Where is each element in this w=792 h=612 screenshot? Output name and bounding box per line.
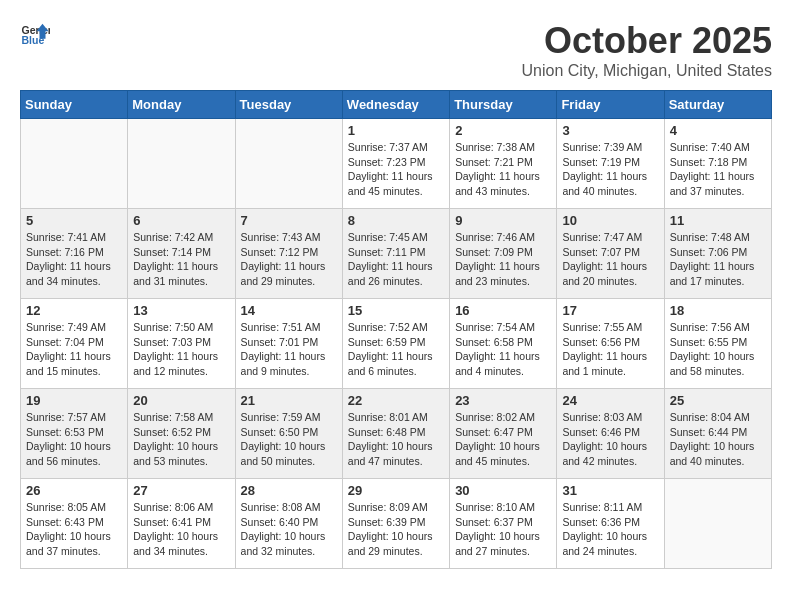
day-info: Sunrise: 7:46 AMSunset: 7:09 PMDaylight:… (455, 230, 551, 289)
day-info: Sunrise: 7:57 AMSunset: 6:53 PMDaylight:… (26, 410, 122, 469)
day-number: 29 (348, 483, 444, 498)
calendar-cell: 20Sunrise: 7:58 AMSunset: 6:52 PMDayligh… (128, 389, 235, 479)
day-number: 22 (348, 393, 444, 408)
weekday-header-thursday: Thursday (450, 91, 557, 119)
day-info: Sunrise: 8:10 AMSunset: 6:37 PMDaylight:… (455, 500, 551, 559)
calendar-cell: 3Sunrise: 7:39 AMSunset: 7:19 PMDaylight… (557, 119, 664, 209)
day-number: 17 (562, 303, 658, 318)
calendar-cell: 10Sunrise: 7:47 AMSunset: 7:07 PMDayligh… (557, 209, 664, 299)
day-info: Sunrise: 8:11 AMSunset: 6:36 PMDaylight:… (562, 500, 658, 559)
calendar-cell: 1Sunrise: 7:37 AMSunset: 7:23 PMDaylight… (342, 119, 449, 209)
week-row-5: 26Sunrise: 8:05 AMSunset: 6:43 PMDayligh… (21, 479, 772, 569)
weekday-header-monday: Monday (128, 91, 235, 119)
day-number: 19 (26, 393, 122, 408)
day-info: Sunrise: 7:54 AMSunset: 6:58 PMDaylight:… (455, 320, 551, 379)
day-number: 12 (26, 303, 122, 318)
day-number: 18 (670, 303, 766, 318)
day-info: Sunrise: 7:47 AMSunset: 7:07 PMDaylight:… (562, 230, 658, 289)
calendar-cell: 18Sunrise: 7:56 AMSunset: 6:55 PMDayligh… (664, 299, 771, 389)
day-info: Sunrise: 7:41 AMSunset: 7:16 PMDaylight:… (26, 230, 122, 289)
calendar-cell (235, 119, 342, 209)
day-number: 15 (348, 303, 444, 318)
calendar-cell (21, 119, 128, 209)
calendar-cell: 19Sunrise: 7:57 AMSunset: 6:53 PMDayligh… (21, 389, 128, 479)
calendar-cell: 2Sunrise: 7:38 AMSunset: 7:21 PMDaylight… (450, 119, 557, 209)
calendar-cell: 27Sunrise: 8:06 AMSunset: 6:41 PMDayligh… (128, 479, 235, 569)
day-number: 3 (562, 123, 658, 138)
day-number: 24 (562, 393, 658, 408)
day-info: Sunrise: 7:40 AMSunset: 7:18 PMDaylight:… (670, 140, 766, 199)
day-number: 26 (26, 483, 122, 498)
day-info: Sunrise: 8:08 AMSunset: 6:40 PMDaylight:… (241, 500, 337, 559)
calendar-cell: 15Sunrise: 7:52 AMSunset: 6:59 PMDayligh… (342, 299, 449, 389)
day-number: 30 (455, 483, 551, 498)
day-info: Sunrise: 7:59 AMSunset: 6:50 PMDaylight:… (241, 410, 337, 469)
weekday-header-friday: Friday (557, 91, 664, 119)
day-info: Sunrise: 8:05 AMSunset: 6:43 PMDaylight:… (26, 500, 122, 559)
calendar-cell: 13Sunrise: 7:50 AMSunset: 7:03 PMDayligh… (128, 299, 235, 389)
day-info: Sunrise: 7:49 AMSunset: 7:04 PMDaylight:… (26, 320, 122, 379)
day-number: 9 (455, 213, 551, 228)
calendar-cell: 30Sunrise: 8:10 AMSunset: 6:37 PMDayligh… (450, 479, 557, 569)
calendar-cell: 29Sunrise: 8:09 AMSunset: 6:39 PMDayligh… (342, 479, 449, 569)
calendar-cell: 22Sunrise: 8:01 AMSunset: 6:48 PMDayligh… (342, 389, 449, 479)
calendar-cell: 6Sunrise: 7:42 AMSunset: 7:14 PMDaylight… (128, 209, 235, 299)
weekday-header-wednesday: Wednesday (342, 91, 449, 119)
day-info: Sunrise: 7:45 AMSunset: 7:11 PMDaylight:… (348, 230, 444, 289)
day-info: Sunrise: 7:51 AMSunset: 7:01 PMDaylight:… (241, 320, 337, 379)
calendar-cell: 26Sunrise: 8:05 AMSunset: 6:43 PMDayligh… (21, 479, 128, 569)
day-number: 16 (455, 303, 551, 318)
day-number: 21 (241, 393, 337, 408)
day-info: Sunrise: 8:03 AMSunset: 6:46 PMDaylight:… (562, 410, 658, 469)
day-number: 8 (348, 213, 444, 228)
week-row-2: 5Sunrise: 7:41 AMSunset: 7:16 PMDaylight… (21, 209, 772, 299)
day-number: 13 (133, 303, 229, 318)
day-number: 7 (241, 213, 337, 228)
day-number: 31 (562, 483, 658, 498)
logo: General Blue (20, 20, 50, 50)
calendar-cell: 7Sunrise: 7:43 AMSunset: 7:12 PMDaylight… (235, 209, 342, 299)
calendar-cell: 12Sunrise: 7:49 AMSunset: 7:04 PMDayligh… (21, 299, 128, 389)
weekday-header-tuesday: Tuesday (235, 91, 342, 119)
weekday-header-row: SundayMondayTuesdayWednesdayThursdayFrid… (21, 91, 772, 119)
day-info: Sunrise: 8:09 AMSunset: 6:39 PMDaylight:… (348, 500, 444, 559)
week-row-3: 12Sunrise: 7:49 AMSunset: 7:04 PMDayligh… (21, 299, 772, 389)
month-title: October 2025 (522, 20, 772, 62)
day-info: Sunrise: 8:01 AMSunset: 6:48 PMDaylight:… (348, 410, 444, 469)
day-info: Sunrise: 7:55 AMSunset: 6:56 PMDaylight:… (562, 320, 658, 379)
week-row-1: 1Sunrise: 7:37 AMSunset: 7:23 PMDaylight… (21, 119, 772, 209)
calendar-table: SundayMondayTuesdayWednesdayThursdayFrid… (20, 90, 772, 569)
day-info: Sunrise: 7:43 AMSunset: 7:12 PMDaylight:… (241, 230, 337, 289)
calendar-cell: 24Sunrise: 8:03 AMSunset: 6:46 PMDayligh… (557, 389, 664, 479)
calendar-cell: 28Sunrise: 8:08 AMSunset: 6:40 PMDayligh… (235, 479, 342, 569)
day-info: Sunrise: 8:04 AMSunset: 6:44 PMDaylight:… (670, 410, 766, 469)
day-info: Sunrise: 7:39 AMSunset: 7:19 PMDaylight:… (562, 140, 658, 199)
day-number: 25 (670, 393, 766, 408)
calendar-cell: 4Sunrise: 7:40 AMSunset: 7:18 PMDaylight… (664, 119, 771, 209)
day-number: 23 (455, 393, 551, 408)
calendar-cell: 17Sunrise: 7:55 AMSunset: 6:56 PMDayligh… (557, 299, 664, 389)
calendar-cell: 25Sunrise: 8:04 AMSunset: 6:44 PMDayligh… (664, 389, 771, 479)
page-header: General Blue October 2025 Union City, Mi… (20, 20, 772, 80)
logo-icon: General Blue (20, 20, 50, 50)
calendar-cell: 23Sunrise: 8:02 AMSunset: 6:47 PMDayligh… (450, 389, 557, 479)
calendar-cell (664, 479, 771, 569)
calendar-cell: 31Sunrise: 8:11 AMSunset: 6:36 PMDayligh… (557, 479, 664, 569)
title-block: October 2025 Union City, Michigan, Unite… (522, 20, 772, 80)
calendar-cell: 21Sunrise: 7:59 AMSunset: 6:50 PMDayligh… (235, 389, 342, 479)
day-number: 4 (670, 123, 766, 138)
day-number: 20 (133, 393, 229, 408)
day-number: 14 (241, 303, 337, 318)
day-info: Sunrise: 8:06 AMSunset: 6:41 PMDaylight:… (133, 500, 229, 559)
day-info: Sunrise: 7:48 AMSunset: 7:06 PMDaylight:… (670, 230, 766, 289)
day-info: Sunrise: 8:02 AMSunset: 6:47 PMDaylight:… (455, 410, 551, 469)
day-info: Sunrise: 7:42 AMSunset: 7:14 PMDaylight:… (133, 230, 229, 289)
day-number: 27 (133, 483, 229, 498)
day-number: 6 (133, 213, 229, 228)
calendar-cell: 16Sunrise: 7:54 AMSunset: 6:58 PMDayligh… (450, 299, 557, 389)
calendar-cell: 14Sunrise: 7:51 AMSunset: 7:01 PMDayligh… (235, 299, 342, 389)
day-number: 2 (455, 123, 551, 138)
day-number: 1 (348, 123, 444, 138)
day-number: 28 (241, 483, 337, 498)
day-info: Sunrise: 7:56 AMSunset: 6:55 PMDaylight:… (670, 320, 766, 379)
